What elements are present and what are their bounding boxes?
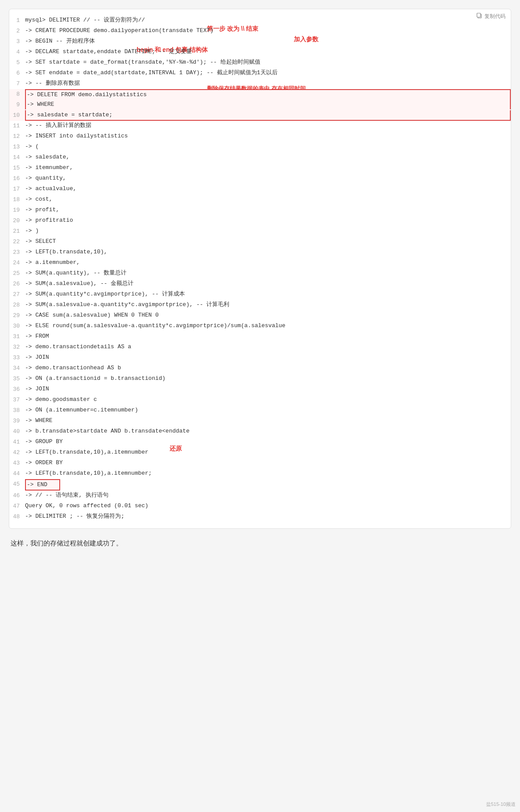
- line-number: 37: [9, 395, 25, 405]
- code-wrapper: 第一步 改为 \\ 结束 加入参数 begin 和 end 包裹 结构体 删除保…: [9, 9, 511, 528]
- line-content: -> SET startdate = date_format(transdate…: [25, 58, 260, 67]
- copy-label: 复制代码: [484, 13, 506, 20]
- code-line: 36-> JOIN: [9, 384, 511, 395]
- footer-text: 这样，我们的存储过程就创建成功了。: [9, 539, 511, 548]
- line-content: -> salesdate,: [25, 152, 69, 162]
- line-number: 7: [9, 79, 25, 89]
- line-number: 46: [9, 491, 25, 501]
- line-content: -> actualvalue,: [25, 184, 76, 194]
- line-content: -> LEFT(b.transdate,10),a.itemnumber;: [25, 469, 152, 478]
- line-content: -> salesdate = startdate;: [25, 110, 511, 121]
- code-block: 1mysql> DELIMITER // -- 设置分割符为//2-> CREA…: [9, 9, 511, 528]
- line-number: 48: [9, 512, 25, 522]
- code-line: 6-> SET enddate = date_add(startdate,INT…: [9, 68, 511, 79]
- line-content: -> GROUP BY: [25, 437, 63, 447]
- line-number: 8: [9, 89, 25, 100]
- line-content: -> SUM(a.salesvalue), -- 金额总计: [25, 279, 134, 289]
- line-content: -> demo.goodsmaster c: [25, 395, 97, 404]
- code-line: 23-> LEFT(b.transdate,10),: [9, 247, 511, 258]
- line-content: -> INSERT into dailystatistics: [25, 131, 128, 141]
- line-number: 29: [9, 310, 25, 321]
- line-number: 15: [9, 163, 25, 173]
- code-line: 25-> SUM(a.quantity), -- 数量总计: [9, 268, 511, 279]
- line-number: 24: [9, 258, 25, 268]
- line-number: 2: [9, 26, 25, 36]
- line-content: -> cost,: [25, 195, 52, 204]
- code-line: 47Query OK, 0 rows affected (0.01 sec): [9, 501, 511, 512]
- watermark: 盐515-10频道: [486, 801, 516, 808]
- line-number: 42: [9, 448, 25, 458]
- line-content: -> DELIMITER ; -- 恢复分隔符为;: [25, 512, 124, 521]
- code-line: 30-> ELSE round(sum(a.salesvalue-a.quant…: [9, 321, 511, 332]
- line-content: -> itemnumber,: [25, 163, 73, 173]
- code-container: 复制代码 第一步 改为 \\ 结束 加入参数 begin 和 end 包裹 结构…: [9, 9, 511, 529]
- line-number: 23: [9, 247, 25, 258]
- code-line: 20-> profitratio: [9, 216, 511, 226]
- line-content: -> WHERE: [25, 416, 52, 426]
- code-line: 21-> ): [9, 226, 511, 237]
- line-number: 21: [9, 226, 25, 237]
- line-number: 17: [9, 184, 25, 195]
- line-number: 10: [9, 110, 25, 121]
- code-line: 39-> WHERE: [9, 416, 511, 426]
- line-number: 36: [9, 384, 25, 395]
- line-number: 44: [9, 469, 25, 479]
- line-content: -> quantity,: [25, 173, 66, 183]
- line-content: mysql> DELIMITER // -- 设置分割符为//: [25, 15, 145, 25]
- line-content: -> LEFT(b.transdate,10),a.itemnumber: [25, 448, 148, 457]
- code-line: 34-> demo.transactionhead AS b: [9, 363, 511, 374]
- code-line: 35-> ON (a.transactionid = b.transaction…: [9, 374, 511, 384]
- line-content: -> CREATE PROCEDURE demo.dailyoperation(…: [25, 26, 213, 36]
- line-number: 28: [9, 300, 25, 310]
- code-line: 44-> LEFT(b.transdate,10),a.itemnumber;: [9, 469, 511, 479]
- code-line: 3-> BEGIN -- 开始程序体: [9, 36, 511, 47]
- line-number: 11: [9, 121, 25, 131]
- line-number: 39: [9, 416, 25, 426]
- line-number: 14: [9, 152, 25, 163]
- code-line: 37-> demo.goodsmaster c: [9, 395, 511, 405]
- line-content: -> (: [25, 142, 39, 152]
- line-number: 6: [9, 68, 25, 79]
- line-number: 22: [9, 237, 25, 247]
- line-number: 41: [9, 437, 25, 448]
- line-content: -> SELECT: [25, 237, 56, 246]
- line-content: -> ON (a.itemnumber=c.itemnumber): [25, 405, 138, 415]
- code-line: 38-> ON (a.itemnumber=c.itemnumber): [9, 405, 511, 416]
- line-content: -> ELSE round(sum(a.salesvalue-a.quantit…: [25, 321, 285, 331]
- line-content: -> demo.transactionhead AS b: [25, 363, 121, 373]
- line-content: -> b.transdate>startdate AND b.transdate…: [25, 426, 189, 436]
- line-number: 34: [9, 363, 25, 374]
- code-line: 48-> DELIMITER ; -- 恢复分隔符为;: [9, 512, 511, 522]
- line-number: 20: [9, 216, 25, 226]
- copy-button[interactable]: 复制代码: [477, 13, 506, 20]
- code-line: 41-> GROUP BY: [9, 437, 511, 448]
- line-content: -> ORDER BY: [25, 458, 63, 468]
- code-line: 17-> actualvalue,: [9, 184, 511, 195]
- line-number: 30: [9, 321, 25, 332]
- code-line: 11-> -- 插入新计算的数据: [9, 121, 511, 131]
- line-content: -> SUM(a.quantity*c.avgimportprice), -- …: [25, 289, 185, 299]
- code-line: 43-> ORDER BY: [9, 458, 511, 469]
- code-line: 13-> (: [9, 142, 511, 152]
- line-content: -> SUM(a.salesvalue-a.quantity*c.avgimpo…: [25, 300, 229, 310]
- code-line: 1mysql> DELIMITER // -- 设置分割符为//: [9, 15, 511, 26]
- line-number: 19: [9, 205, 25, 216]
- line-content: -> DECLARE startdate,enddate DATETIME; -…: [25, 47, 192, 57]
- line-content: -> JOIN: [25, 384, 49, 394]
- code-line: 8-> DELETE FROM demo.dailystatistics: [9, 89, 511, 100]
- line-content: -> // -- 语句结束, 执行语句: [25, 491, 108, 500]
- code-line: 15-> itemnumber,: [9, 163, 511, 173]
- line-content: -> -- 插入新计算的数据: [25, 121, 91, 130]
- code-line: 27-> SUM(a.quantity*c.avgimportprice), -…: [9, 289, 511, 300]
- code-line: 19-> profit,: [9, 205, 511, 216]
- line-number: 3: [9, 36, 25, 47]
- line-content: -> profitratio: [25, 216, 73, 225]
- code-line: 28-> SUM(a.salesvalue-a.quantity*c.avgim…: [9, 300, 511, 310]
- line-number: 5: [9, 58, 25, 68]
- line-content: -> CASE sum(a.salesvalue) WHEN 0 THEN 0: [25, 310, 159, 320]
- line-content: -> DELETE FROM demo.dailystatistics: [25, 89, 511, 100]
- line-number: 18: [9, 195, 25, 205]
- code-line: 42-> LEFT(b.transdate,10),a.itemnumber: [9, 448, 511, 458]
- line-number: 4: [9, 47, 25, 58]
- line-content: -> WHERE: [25, 100, 511, 109]
